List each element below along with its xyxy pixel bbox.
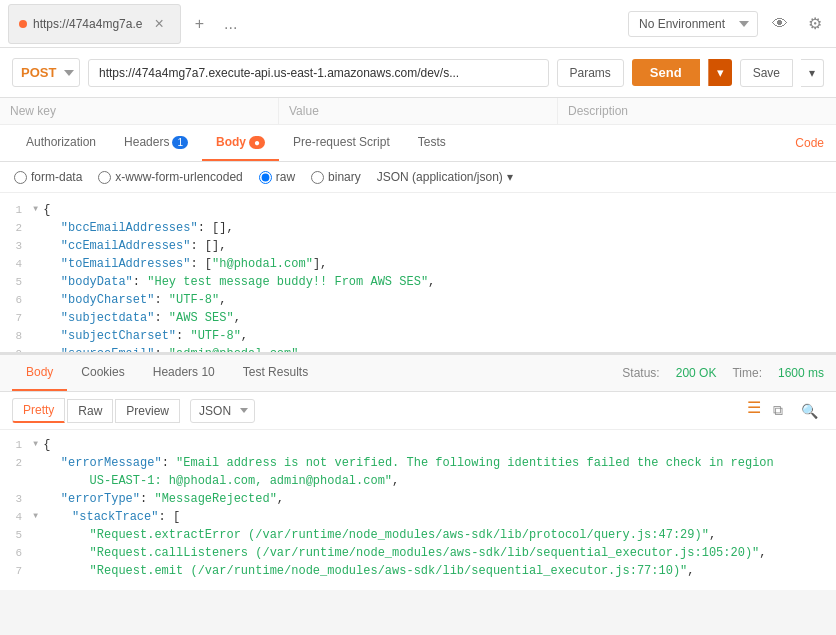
method-select[interactable]: POST <box>12 58 80 87</box>
body-type-bar: form-data x-www-form-urlencoded raw bina… <box>0 162 836 193</box>
line-number: 7 <box>0 562 32 580</box>
params-button[interactable]: Params <box>557 59 624 87</box>
tab-label: https://474a4mg7a.e <box>33 17 142 31</box>
search-icon[interactable]: 🔍 <box>795 398 824 423</box>
line-number: 8 <box>0 327 32 345</box>
resp-tab-cookies[interactable]: Cookies <box>67 355 138 391</box>
eye-icon[interactable]: 👁 <box>766 11 794 37</box>
code-line: 9 "sourceEmail": "admin@phodal.com", <box>0 345 836 353</box>
more-tabs-button[interactable]: ... <box>218 11 243 37</box>
tab-authorization[interactable]: Authorization <box>12 125 110 161</box>
response-code-line: 3 "errorType": "MessageRejected", <box>0 490 836 508</box>
env-selector: No Environment 👁 ⚙ <box>628 10 828 37</box>
copy-icon[interactable]: ⧉ <box>767 398 789 423</box>
collapse-arrow[interactable]: ▾ <box>32 436 39 451</box>
pretty-button[interactable]: Pretty <box>12 398 65 423</box>
response-body: 1▾{2 "errorMessage": "Email address is n… <box>0 430 836 590</box>
response-code-line: 7 "Request.emit (/var/runtime/node_modul… <box>0 562 836 580</box>
line-number: 9 <box>0 345 32 353</box>
line-content: "subjectCharset": "UTF-8", <box>32 327 248 345</box>
resp-tab-test-results[interactable]: Test Results <box>229 355 322 391</box>
line-content: "stackTrace": [ <box>43 508 180 526</box>
sort-icon[interactable]: ☰ <box>747 398 761 423</box>
value-cell: Value <box>279 98 558 124</box>
code-line: 3 "ccEmailAddresses": [], <box>0 237 836 255</box>
tab-prerequest[interactable]: Pre-request Script <box>279 125 404 161</box>
line-number: 1 <box>0 201 32 219</box>
save-dropdown-button[interactable]: ▾ <box>801 59 824 87</box>
code-line: 8 "subjectCharset": "UTF-8", <box>0 327 836 345</box>
line-number: 2 <box>0 454 32 472</box>
settings-icon[interactable]: ⚙ <box>802 10 828 37</box>
form-data-radio[interactable]: form-data <box>14 170 82 184</box>
raw-radio[interactable]: raw <box>259 170 295 184</box>
response-code-line: 5 "Request.extractError (/var/runtime/no… <box>0 526 836 544</box>
response-code-line: 2 "errorMessage": "Email address is not … <box>0 454 836 490</box>
request-body-editor[interactable]: 1▾{2 "bccEmailAddresses": [],3 "ccEmailA… <box>0 193 836 353</box>
tab-headers[interactable]: Headers1 <box>110 125 202 161</box>
key-value-row: New key Value Description <box>0 98 836 125</box>
line-number: 5 <box>0 526 32 544</box>
resp-tab-body[interactable]: Body <box>12 355 67 391</box>
line-content: "ccEmailAddresses": [], <box>32 237 226 255</box>
line-content: "sourceEmail": "admin@phodal.com", <box>32 345 306 353</box>
code-line: 6 "bodyCharset": "UTF-8", <box>0 291 836 309</box>
response-code-line: 1▾{ <box>0 436 836 454</box>
line-content: "toEmailAddresses": ["h@phodal.com"], <box>32 255 327 273</box>
tab-body[interactable]: Body● <box>202 125 279 161</box>
line-content: "errorType": "MessageRejected", <box>32 490 284 508</box>
code-line: 7 "subjectdata": "AWS SES", <box>0 309 836 327</box>
urlencoded-radio[interactable]: x-www-form-urlencoded <box>98 170 242 184</box>
code-line: 5 "bodyData": "Hey test message buddy!! … <box>0 273 836 291</box>
code-link[interactable]: Code <box>795 136 824 150</box>
response-code-line: 4▾ "stackTrace": [ <box>0 508 836 526</box>
line-number: 6 <box>0 544 32 562</box>
response-controls: Pretty Raw Preview JSON ☰ ⧉ 🔍 <box>0 392 836 430</box>
raw-button[interactable]: Raw <box>67 399 113 423</box>
top-bar: https://474a4mg7a.e × + ... No Environme… <box>0 0 836 48</box>
code-line: 4 "toEmailAddresses": ["h@phodal.com"], <box>0 255 836 273</box>
send-dropdown-button[interactable]: ▾ <box>708 59 732 86</box>
code-line: 2 "bccEmailAddresses": [], <box>0 219 836 237</box>
code-line: 1▾{ <box>0 201 836 219</box>
close-tab-button[interactable]: × <box>148 11 169 37</box>
line-number: 6 <box>0 291 32 309</box>
url-input[interactable] <box>88 59 549 87</box>
add-tab-button[interactable]: + <box>189 11 210 37</box>
line-content: { <box>43 436 50 454</box>
status-code: 200 OK <box>676 366 717 380</box>
send-button[interactable]: Send <box>632 59 700 86</box>
response-format-select[interactable]: JSON <box>190 399 255 423</box>
line-number: 3 <box>0 237 32 255</box>
binary-radio[interactable]: binary <box>311 170 361 184</box>
line-number: 4 <box>0 508 32 526</box>
line-number: 2 <box>0 219 32 237</box>
save-button[interactable]: Save <box>740 59 793 87</box>
request-tab[interactable]: https://474a4mg7a.e × <box>8 4 181 44</box>
line-content: "errorMessage": "Email address is not ve… <box>32 454 774 490</box>
request-bar: POST Params Send ▾ Save ▾ <box>0 48 836 98</box>
key-cell: New key <box>0 98 279 124</box>
request-tabs-bar: Authorization Headers1 Body● Pre-request… <box>0 125 836 162</box>
response-icons: ☰ ⧉ 🔍 <box>747 398 824 423</box>
preview-button[interactable]: Preview <box>115 399 180 423</box>
resp-tab-headers[interactable]: Headers 10 <box>139 355 229 391</box>
line-content: "bodyData": "Hey test message buddy!! Fr… <box>32 273 435 291</box>
tab-dot <box>19 20 27 28</box>
tab-tests[interactable]: Tests <box>404 125 460 161</box>
response-header: Body Cookies Headers 10 Test Results Sta… <box>0 353 836 392</box>
line-content: "bccEmailAddresses": [], <box>32 219 234 237</box>
json-type-select[interactable]: JSON (application/json) ▾ <box>377 170 513 184</box>
line-number: 3 <box>0 490 32 508</box>
env-dropdown[interactable]: No Environment <box>628 11 758 37</box>
line-content: { <box>43 201 50 219</box>
line-number: 5 <box>0 273 32 291</box>
line-number: 7 <box>0 309 32 327</box>
line-number: 4 <box>0 255 32 273</box>
description-cell: Description <box>558 98 836 124</box>
collapse-arrow[interactable]: ▾ <box>32 201 39 216</box>
collapse-arrow[interactable]: ▾ <box>32 508 39 523</box>
status-info: Status: 200 OK Time: 1600 ms <box>622 366 824 380</box>
line-content: "Request.extractError (/var/runtime/node… <box>32 526 716 544</box>
response-code-line: 6 "Request.callListeners (/var/runtime/n… <box>0 544 836 562</box>
